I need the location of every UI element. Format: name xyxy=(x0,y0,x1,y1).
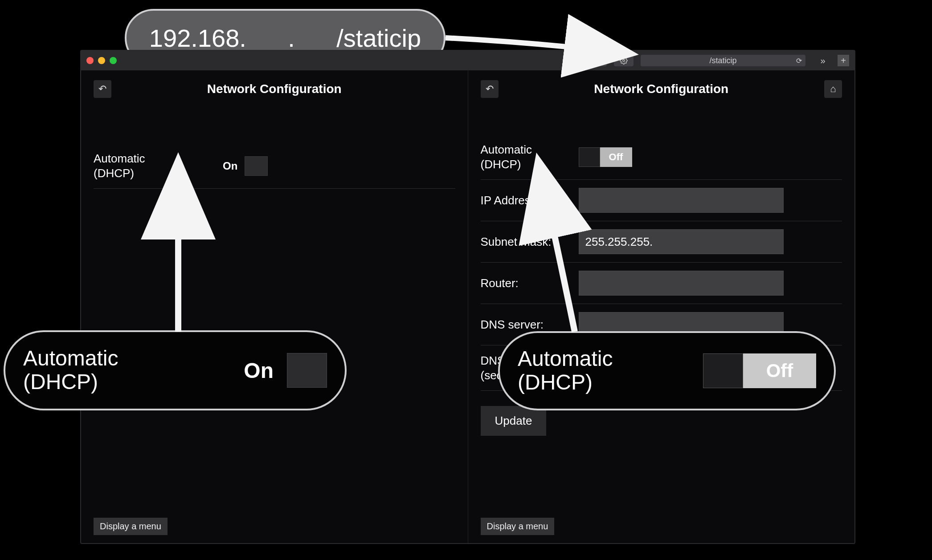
chevron-right-icon: › xyxy=(597,57,599,65)
window-controls xyxy=(86,57,117,64)
nav-back-button[interactable]: ‹ xyxy=(570,55,588,66)
ip-label: IP Address: xyxy=(481,193,570,208)
panel-left-title: Network Configuration xyxy=(111,82,437,96)
dhcp-label-right: Automatic (DHCP) xyxy=(481,142,570,171)
subnet-label: Subnet Mask: xyxy=(481,235,570,249)
back-button-left[interactable]: ↶ xyxy=(94,80,111,98)
close-window-button[interactable] xyxy=(86,57,94,64)
dhcp-toggle-right-text: Off xyxy=(600,147,632,167)
router-input[interactable] xyxy=(579,271,784,296)
menu-button-left[interactable]: Display a menu xyxy=(94,518,168,535)
callout-toggle-on-box xyxy=(287,353,327,388)
svg-point-0 xyxy=(623,60,625,62)
browser-titlebar: ‹ › /staticip ⟳ » + xyxy=(81,51,854,70)
home-button-right[interactable]: ⌂ xyxy=(824,80,842,98)
dhcp-status-left: On xyxy=(223,160,237,172)
router-label: Router: xyxy=(481,276,570,291)
dhcp-toggle-right[interactable]: Off xyxy=(579,147,632,167)
callout-dhcp-on-status: On xyxy=(244,358,274,383)
panel-right-title: Network Configuration xyxy=(499,82,825,96)
new-tab-button[interactable]: + xyxy=(838,55,849,66)
callout-dhcp-off: Automatic (DHCP) Off xyxy=(498,331,836,410)
plus-icon: + xyxy=(841,56,846,66)
settings-button[interactable] xyxy=(614,55,634,66)
reload-icon[interactable]: ⟳ xyxy=(796,57,802,65)
menu-button-right[interactable]: Display a menu xyxy=(481,518,555,535)
callout-toggle-off-text: Off xyxy=(743,353,816,388)
chevron-left-icon: ‹ xyxy=(578,57,580,65)
callout-dhcp-on-label: Automatic (DHCP) xyxy=(23,347,230,394)
chevron-double-right-icon: » xyxy=(820,56,825,66)
undo-icon: ↶ xyxy=(486,83,494,95)
nav-forward-button[interactable]: › xyxy=(589,55,607,66)
panel-right: ↶ Network Configuration ⌂ Automatic (DHC… xyxy=(468,70,855,543)
gear-icon xyxy=(620,57,628,65)
update-button[interactable]: Update xyxy=(481,406,547,436)
callout-toggle-off: Off xyxy=(703,353,816,388)
callout-url-text: 192.168.___.___/staticip xyxy=(149,24,421,53)
dns-label: DNS server: xyxy=(481,317,570,332)
back-button-right[interactable]: ↶ xyxy=(481,80,499,98)
undo-icon: ↶ xyxy=(98,83,106,95)
nav-buttons: ‹ › xyxy=(570,55,607,66)
dhcp-label-left: Automatic (DHCP) xyxy=(94,151,183,180)
dhcp-toggle-left[interactable] xyxy=(245,156,268,176)
callout-dhcp-off-label: Automatic (DHCP) xyxy=(518,347,690,394)
url-text: /staticip xyxy=(709,56,736,65)
callout-dhcp-on: Automatic (DHCP) On xyxy=(4,330,347,410)
browser-window: ‹ › /staticip ⟳ » + ↶ Network Confi xyxy=(80,50,855,544)
url-bar[interactable]: /staticip ⟳ xyxy=(641,55,805,66)
minimize-window-button[interactable] xyxy=(98,57,105,64)
subnet-input[interactable] xyxy=(579,229,784,254)
ip-input[interactable] xyxy=(579,188,784,213)
home-icon: ⌂ xyxy=(830,83,836,95)
panel-left: ↶ Network Configuration Automatic (DHCP)… xyxy=(81,70,468,543)
overflow-button[interactable]: » xyxy=(814,55,831,66)
maximize-window-button[interactable] xyxy=(110,57,117,64)
